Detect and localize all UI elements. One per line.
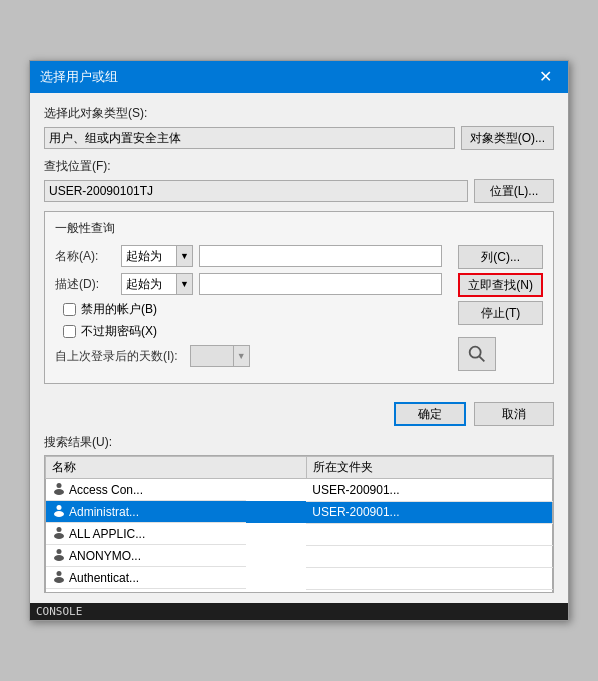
desc-combo[interactable]: 起始为 ▼ bbox=[121, 273, 193, 295]
checkbox-noexpiry[interactable] bbox=[63, 325, 76, 338]
search-icon-button[interactable] bbox=[458, 337, 496, 371]
days-combo-arrow: ▼ bbox=[233, 346, 249, 366]
ok-button[interactable]: 确定 bbox=[394, 402, 466, 426]
search-now-button[interactable]: 立即查找(N) bbox=[458, 273, 543, 297]
table-row[interactable]: Administrat...USER-200901... bbox=[46, 501, 553, 523]
cell-name-text: Access Con... bbox=[69, 483, 143, 497]
name-row: 名称(A): 起始为 ▼ bbox=[55, 245, 442, 267]
cell-name: Administrat... bbox=[46, 501, 246, 523]
cell-folder bbox=[306, 545, 552, 567]
location-button[interactable]: 位置(L)... bbox=[474, 179, 554, 203]
name-input[interactable] bbox=[199, 245, 442, 267]
results-label: 搜索结果(U): bbox=[44, 434, 554, 451]
name-combo[interactable]: 起始为 ▼ bbox=[121, 245, 193, 267]
cell-folder: USER-200901... bbox=[306, 589, 552, 593]
user-icon bbox=[52, 525, 66, 542]
checkbox-disabled[interactable] bbox=[63, 303, 76, 316]
results-body: Access Con...USER-200901... Administrat.… bbox=[46, 479, 553, 594]
user-icon bbox=[52, 547, 66, 564]
right-buttons: 列(C)... 立即查找(N) 停止(T) bbox=[450, 245, 543, 373]
cell-folder bbox=[306, 523, 552, 545]
cell-name: Backup Op... bbox=[46, 589, 246, 593]
magnifier-icon bbox=[466, 343, 488, 365]
title-bar: 选择用户或组 ✕ bbox=[30, 61, 568, 93]
cell-name: ANONYMO... bbox=[46, 545, 246, 567]
location-label: 查找位置(F): bbox=[44, 158, 554, 175]
dialog-title: 选择用户或组 bbox=[40, 68, 118, 86]
user-icon bbox=[52, 591, 66, 593]
desc-label: 描述(D): bbox=[55, 276, 115, 293]
table-row[interactable]: Authenticat... bbox=[46, 567, 553, 589]
svg-point-9 bbox=[54, 555, 64, 561]
days-combo[interactable]: ▼ bbox=[190, 345, 250, 367]
desc-input[interactable] bbox=[199, 273, 442, 295]
cell-folder bbox=[306, 567, 552, 589]
table-row[interactable]: ALL APPLIC... bbox=[46, 523, 553, 545]
svg-point-4 bbox=[57, 505, 62, 510]
results-table: 名称 所在文件夹 Access Con...USER-200901... Adm… bbox=[45, 456, 553, 593]
table-row[interactable]: Backup Op...USER-200901... bbox=[46, 589, 553, 593]
col-name-header: 名称 bbox=[46, 457, 307, 479]
svg-point-3 bbox=[54, 489, 64, 495]
cell-folder: USER-200901... bbox=[306, 479, 552, 502]
cell-name-text: Backup Op... bbox=[69, 593, 138, 594]
group-box-title: 一般性查询 bbox=[55, 220, 543, 237]
cell-name-text: Authenticat... bbox=[69, 571, 139, 585]
stop-button[interactable]: 停止(T) bbox=[458, 301, 543, 325]
results-header: 名称 所在文件夹 bbox=[46, 457, 553, 479]
results-container[interactable]: 名称 所在文件夹 Access Con...USER-200901... Adm… bbox=[44, 455, 554, 593]
desc-combo-arrow: ▼ bbox=[176, 274, 192, 294]
object-type-button[interactable]: 对象类型(O)... bbox=[461, 126, 554, 150]
svg-point-8 bbox=[57, 549, 62, 554]
cell-name: Authenticat... bbox=[46, 567, 246, 589]
cell-name: ALL APPLIC... bbox=[46, 523, 246, 545]
select-user-dialog: 选择用户或组 ✕ 选择此对象类型(S): 对象类型(O)... 查找位置(F):… bbox=[29, 60, 569, 621]
query-form: 名称(A): 起始为 ▼ 描述(D): 起始为 ▼ bbox=[55, 245, 442, 373]
checkbox-disabled-label: 禁用的帐户(B) bbox=[81, 301, 157, 318]
console-bar: CONSOLE bbox=[30, 603, 568, 620]
checkbox-disabled-row: 禁用的帐户(B) bbox=[55, 301, 442, 318]
svg-point-5 bbox=[54, 511, 64, 517]
name-combo-arrow: ▼ bbox=[176, 246, 192, 266]
desc-row: 描述(D): 起始为 ▼ bbox=[55, 273, 442, 295]
list-columns-button[interactable]: 列(C)... bbox=[458, 245, 543, 269]
cell-folder: USER-200901... bbox=[306, 501, 552, 523]
table-row[interactable]: ANONYMO... bbox=[46, 545, 553, 567]
general-query-group: 一般性查询 名称(A): 起始为 ▼ 描述(D): bbox=[44, 211, 554, 384]
close-button[interactable]: ✕ bbox=[533, 67, 558, 87]
days-label: 自上次登录后的天数(I): bbox=[55, 348, 178, 365]
action-buttons-row: 确定 取消 bbox=[44, 402, 554, 426]
object-type-input[interactable] bbox=[44, 127, 455, 149]
console-text: CONSOLE bbox=[36, 605, 82, 618]
table-row[interactable]: Access Con...USER-200901... bbox=[46, 479, 553, 502]
user-icon bbox=[52, 569, 66, 586]
col-folder-header: 所在文件夹 bbox=[306, 457, 552, 479]
days-row: 自上次登录后的天数(I): ▼ bbox=[55, 345, 442, 367]
user-icon bbox=[52, 481, 66, 498]
checkbox-noexpiry-label: 不过期密码(X) bbox=[81, 323, 157, 340]
bottom-section: 确定 取消 搜索结果(U): 名称 所在文件夹 Access Con...USE… bbox=[30, 402, 568, 603]
svg-point-0 bbox=[470, 347, 481, 358]
cancel-button[interactable]: 取消 bbox=[474, 402, 554, 426]
user-icon bbox=[52, 503, 66, 520]
object-type-row: 对象类型(O)... bbox=[44, 126, 554, 150]
checkbox-noexpiry-row: 不过期密码(X) bbox=[55, 323, 442, 340]
svg-point-2 bbox=[57, 483, 62, 488]
cell-name-text: ANONYMO... bbox=[69, 549, 141, 563]
svg-point-10 bbox=[57, 571, 62, 576]
svg-point-11 bbox=[54, 577, 64, 583]
cell-name: Access Con... bbox=[46, 479, 246, 501]
svg-point-6 bbox=[57, 527, 62, 532]
location-input[interactable] bbox=[44, 180, 468, 202]
cell-name-text: ALL APPLIC... bbox=[69, 527, 145, 541]
cell-name-text: Administrat... bbox=[69, 505, 139, 519]
dialog-body: 选择此对象类型(S): 对象类型(O)... 查找位置(F): 位置(L)...… bbox=[30, 93, 568, 402]
svg-point-7 bbox=[54, 533, 64, 539]
object-type-label: 选择此对象类型(S): bbox=[44, 105, 554, 122]
svg-line-1 bbox=[480, 356, 485, 361]
name-label: 名称(A): bbox=[55, 248, 115, 265]
location-row: 位置(L)... bbox=[44, 179, 554, 203]
